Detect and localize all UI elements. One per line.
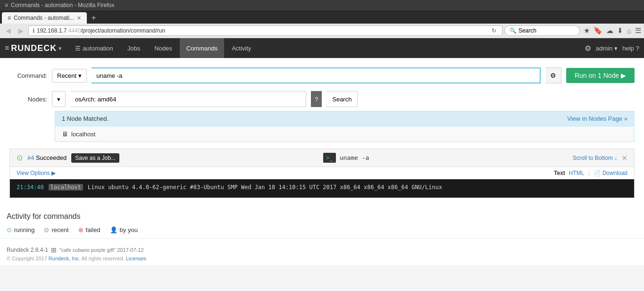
filter-recent[interactable]: ⊙ recent <box>44 226 68 233</box>
browser-tab-bar: ≡ Commands - automati... ✕ + <box>0 10 644 24</box>
app-nav: ≡ RUNDECK ▾ ☰ automation Jobs Nodes Comm… <box>0 38 644 58</box>
bookmark-star-icon[interactable]: ★ <box>584 26 590 35</box>
output-line: 21:34:40 localhost Linux ubuntu 4.4.0-62… <box>17 184 627 191</box>
download-icon[interactable]: ⬇ <box>617 26 623 35</box>
exec-command-display: >_ uname -a <box>323 153 369 163</box>
output-format-links: Text HTML | 📄 Download <box>554 170 627 176</box>
admin-menu[interactable]: admin ▾ <box>596 45 618 52</box>
tab-icon: ≡ <box>8 15 11 21</box>
exec-close-button[interactable]: ✕ <box>622 154 627 162</box>
node-name: localhost <box>71 131 95 138</box>
activity-title: Activity for commands <box>7 212 637 221</box>
nodes-label: Nodes: <box>9 96 47 103</box>
nav-items: ☰ automation Jobs Nodes Commands Activit… <box>68 38 584 58</box>
browser-toolbar: ★ 🔖 ☁ ⬇ ⌂ ☰ <box>582 26 641 35</box>
save-job-button[interactable]: Save as a Job... <box>71 153 119 163</box>
automation-icon: ☰ <box>75 45 81 52</box>
help-button[interactable]: help ? <box>622 45 639 52</box>
scroll-to-bottom-link[interactable]: Scroll to Bottom ↓ <box>573 155 617 161</box>
output-time: 21:34:40 <box>17 184 44 191</box>
footer-grid-icon: ⊞ <box>51 246 57 254</box>
execution-bar: ⊙ #4 Succeeded Save as a Job... >_ uname… <box>9 149 635 167</box>
output-node: localhost <box>49 184 83 191</box>
by-you-icon: 👤 <box>110 226 117 233</box>
help-icon: ? <box>636 45 639 52</box>
nodes-help-button[interactable]: ? <box>311 91 322 107</box>
filter-running[interactable]: ⊙ running <box>7 226 34 233</box>
exec-status-text: #4 Succeeded <box>27 154 67 161</box>
nodes-list: 🖥 localhost <box>55 126 635 142</box>
nav-item-automation[interactable]: ☰ automation <box>68 38 119 58</box>
licenses-link[interactable]: Licenses <box>126 256 146 261</box>
activity-filters: ⊙ running ⊙ recent ⊗ failed 👤 by you <box>7 226 637 233</box>
exec-command-text: uname -a <box>340 154 369 161</box>
output-sep: | <box>588 170 590 176</box>
nodes-dropdown-button[interactable]: ▾ <box>52 91 66 107</box>
filter-by-you[interactable]: 👤 by you <box>110 226 138 233</box>
html-format-link[interactable]: HTML <box>569 170 585 176</box>
brand-dropdown-arrow[interactable]: ▾ <box>59 45 62 52</box>
browser-search-icon: 🔍 <box>510 27 517 34</box>
forward-button[interactable]: ▶ <box>16 25 26 36</box>
home-icon[interactable]: ⌂ <box>627 27 631 35</box>
failed-icon: ⊗ <box>78 226 84 233</box>
exec-number-link[interactable]: #4 <box>27 154 34 161</box>
nodes-row: Nodes: ▾ ? Search <box>9 91 635 107</box>
nav-item-activity[interactable]: Activity <box>225 38 258 58</box>
view-options-link[interactable]: View Options ▶ <box>17 170 56 176</box>
menu-icon[interactable]: ☰ <box>635 26 641 35</box>
address-info-icon: ℹ <box>33 27 35 34</box>
output-area: 21:34:40 localhost Linux ubuntu 4.4.0-62… <box>9 179 635 198</box>
exec-status-icon: ⊙ <box>17 153 23 162</box>
browser-title-bar: ≡ Commands - automation - Mozilla Firefo… <box>0 0 644 10</box>
address-url: 192.168.1.7:4440/project/automation/comm… <box>37 27 490 34</box>
app-footer: Rundeck 2.8.4-1 ⊞ "cafe cubano purple gi… <box>0 238 644 265</box>
bookmark-icon[interactable]: 🔖 <box>594 26 602 35</box>
nodes-matched-text: 1 Node Matched. <box>62 115 109 122</box>
view-options-bar: View Options ▶ Text HTML | 📄 Download <box>9 167 635 179</box>
view-nodes-link[interactable]: View in Nodes Page » <box>567 115 627 122</box>
activity-section: Activity for commands ⊙ running ⊙ recent… <box>0 203 644 238</box>
browser-icon: ≡ <box>5 2 8 8</box>
refresh-button[interactable]: ↻ <box>492 27 496 34</box>
output-text: Linux ubuntu 4.4.0-62-generic #83-Ubuntu… <box>88 184 442 191</box>
terminal-icon: >_ <box>323 153 336 163</box>
nodes-matched-bar: 1 Node Matched. View in Nodes Page » <box>55 111 635 126</box>
recent-icon: ⊙ <box>44 226 49 233</box>
download-link[interactable]: 📄 Download <box>594 170 627 176</box>
footer-version: Rundeck 2.8.4-1 ⊞ "cafe cubano purple gi… <box>7 246 637 254</box>
recent-button[interactable]: Recent ▾ <box>52 69 87 83</box>
nodes-filter-input[interactable] <box>70 91 306 107</box>
command-input[interactable] <box>92 67 541 83</box>
running-icon: ⊙ <box>7 226 12 233</box>
filter-failed[interactable]: ⊗ failed <box>78 226 100 233</box>
browser-nav-bar: ◀ ▶ ℹ 192.168.1.7:4440/project/automatio… <box>0 24 644 38</box>
rundeck-link[interactable]: Rundeck, Inc. <box>49 256 80 261</box>
browser-search-bar[interactable]: 🔍 Search <box>504 25 580 36</box>
nav-right: ⚙ admin ▾ help ? <box>585 44 639 53</box>
command-label: Command: <box>9 72 47 79</box>
nav-item-jobs[interactable]: Jobs <box>121 38 147 58</box>
node-item: 🖥 localhost <box>62 130 627 138</box>
browser-title: Commands - automation - Mozilla Firefox <box>11 2 114 8</box>
browser-tab-active[interactable]: ≡ Commands - automati... ✕ <box>2 12 87 24</box>
run-button[interactable]: Run on 1 Node ▶ <box>566 68 635 83</box>
command-gear-button[interactable]: ⚙ <box>545 67 561 83</box>
footer-copyright: © Copyright 2017 Rundeck, Inc. All right… <box>7 256 637 261</box>
back-button[interactable]: ◀ <box>3 25 14 36</box>
new-tab-button[interactable]: + <box>88 12 100 24</box>
app-brand: RUNDECK <box>11 43 57 53</box>
browser-search-placeholder: Search <box>519 27 536 34</box>
text-format-link[interactable]: Text <box>554 170 565 176</box>
pocket-icon[interactable]: ☁ <box>606 26 613 35</box>
nodes-search-button[interactable]: Search <box>326 91 358 107</box>
tab-label: Commands - automati... <box>14 15 74 21</box>
download-file-icon: 📄 <box>594 170 601 176</box>
hamburger-icon[interactable]: ≡ <box>5 44 9 52</box>
nav-item-commands[interactable]: Commands <box>180 38 224 58</box>
address-bar[interactable]: ℹ 192.168.1.7:4440/project/automation/co… <box>28 25 502 36</box>
settings-icon[interactable]: ⚙ <box>585 44 591 53</box>
tab-close-button[interactable]: ✕ <box>77 15 81 21</box>
nav-item-nodes[interactable]: Nodes <box>148 38 179 58</box>
node-icon: 🖥 <box>62 130 68 138</box>
